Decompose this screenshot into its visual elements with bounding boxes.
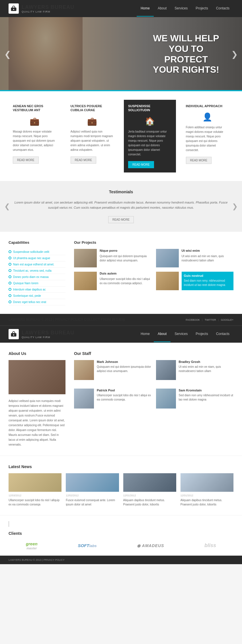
- clients-logos: greenmaster SOFTlabs ◉ AMADEUS bliss: [9, 541, 233, 550]
- facebook-link[interactable]: FACEBOOK: [186, 318, 200, 321]
- feature-4-title: INDIVIDUAL APPROACH: [186, 104, 229, 108]
- capability-item: Suspendisse sollicitudin velit: [9, 249, 65, 255]
- twitter-link[interactable]: TWITTER: [205, 318, 216, 321]
- testimonials-next[interactable]: ❯: [232, 202, 238, 210]
- capabilities-title: Capabilities: [9, 240, 65, 245]
- testimonials-prev[interactable]: ❮: [4, 202, 10, 210]
- cap-label: Scelerisque nisl, pede: [13, 294, 41, 297]
- staff-image-3: [74, 389, 94, 409]
- news-item-3: 12/01/2012 Aliquam dapibus tincidunt met…: [123, 473, 176, 507]
- staff-info-3: Patrick Pool Ullamcorper suscipit lobo d…: [97, 389, 152, 409]
- logo-text-2: LAWYERS BUREAU QUALITY LAW FIRM: [22, 330, 74, 339]
- projects-column: Our Projects Nique porro Quisquam est qu…: [74, 240, 233, 305]
- project-info-1: Nique porro Quisquam est qui dolorem ips…: [100, 249, 152, 267]
- client-logo-4: bliss: [204, 543, 216, 548]
- project-image-2: [156, 249, 179, 267]
- nav-about[interactable]: About: [154, 1, 171, 17]
- project-item-3: Duis autem Ullamcorper suscipit lobo dis…: [74, 272, 152, 290]
- hero-title: WE WILL HELPYOU TOPROTECTYOUR RIGHTS!: [153, 33, 219, 75]
- cap-bullet: [9, 300, 11, 303]
- staff-bio-3: Ullamcorper suscipit lobo dis nisi t ali…: [97, 393, 152, 402]
- nav2-contacts[interactable]: Contacts: [212, 326, 233, 342]
- feature-card-1: AENEAN NEC EROS VESTIBULUM ANT 💼 Masagi …: [9, 100, 61, 172]
- projects-title: Our Projects: [74, 240, 233, 245]
- news-text-4: Aliquam dapibus tincidunt metus. Praesen…: [181, 498, 233, 507]
- testimonials-btn[interactable]: READ MORE: [108, 216, 134, 223]
- clients-section: Clients greenmaster SOFTlabs ◉ AMADEUS b…: [0, 515, 242, 556]
- about-title: About Us: [9, 351, 65, 356]
- hero-section: ❮ WE WILL HELPYOU TOPROTECTYOUR RIGHTS! …: [0, 17, 242, 91]
- logo-2: LAWYERS BUREAU QUALITY LAW FIRM: [9, 329, 74, 339]
- logo: LAWYERS BUREAU QUALITY LAW FIRM: [9, 3, 74, 14]
- svg-point-3: [13, 334, 14, 336]
- about-column: About Us Adipisci velitsed quia non numq…: [9, 351, 65, 447]
- feature-2-title: ULTRICES POSUERE CUBILIA CURAE: [71, 104, 114, 112]
- project-item-4: Guis nostrud Sed diam non nmy. nibheusim…: [156, 272, 234, 290]
- news-text-3: Aliquam dapibus tincidunt metus. Praesen…: [123, 498, 176, 507]
- clients-title: Clients: [9, 531, 233, 536]
- hero-prev-arrow[interactable]: ❮: [4, 50, 11, 59]
- nav2-services[interactable]: Services: [171, 326, 192, 342]
- feature-card-3: SUSPENDISSE SOLLICITUDIN 🏠 Jerta baditau…: [124, 100, 176, 172]
- project-image-1: [74, 249, 97, 267]
- feature-card-4: INDIVIDUAL APPROACH 👤 Folem additaut ons…: [182, 100, 234, 172]
- cap-label: Tincidunt ac, vevera sed, nulla: [13, 269, 52, 272]
- staff-bio-2: Ut wisi enim ad min ve niam, quis nostru…: [179, 365, 234, 373]
- nav2-home[interactable]: Home: [137, 326, 154, 342]
- staff-title: Our Staff: [74, 351, 233, 356]
- project-item-2: Ut wisi enim Ut wisi enim ad min ve niam…: [156, 249, 234, 267]
- footer-bottom: LAWYERS BUREAU © 2013 | PRIVACY POLICY: [0, 556, 242, 564]
- nav-services[interactable]: Services: [171, 1, 192, 17]
- logo-subtitle: QUALITY LAW FIRM: [22, 10, 74, 13]
- news-date-1: 12/03/2012: [9, 494, 61, 497]
- client-logo-2: SOFTlabs: [78, 543, 97, 548]
- cap-bullet: [9, 250, 11, 253]
- client-logo-1: greenmaster: [26, 541, 38, 550]
- clients-divider: [9, 521, 9, 527]
- logo-title: LAWYERS BUREAU: [22, 4, 74, 10]
- feature-1-text: Masagi dolores eoque volutate msequ nesc…: [13, 129, 56, 152]
- staff-item-3: Patrick Pool Ullamcorper suscipit lobo d…: [74, 389, 152, 409]
- capabilities-projects-section: Capabilities Suspendisse sollicitudin ve…: [0, 232, 242, 314]
- capability-item: Quisque Nam lorem: [9, 280, 65, 287]
- project-title-4: Guis nostrud: [184, 274, 231, 277]
- staff-bio-4: Sed diam non umy nibheusimod incidunt ut…: [179, 393, 234, 402]
- feature-4-btn[interactable]: READ MORE: [186, 157, 212, 164]
- cap-bullet: [9, 294, 11, 297]
- news-image-1: [9, 473, 61, 492]
- cap-label: Nam est augue edhend sit amet.: [13, 263, 54, 266]
- cap-label: Suspendisse sollicitudin velit: [13, 250, 49, 253]
- staff-name-3: Patrick Pool: [97, 389, 152, 392]
- staff-image-4: [156, 389, 176, 409]
- project-title-2: Ut wisi enim: [182, 249, 234, 252]
- capabilities-list: Suspendisse sollicitudin velitUt pharetr…: [9, 249, 65, 305]
- hero-next-arrow[interactable]: ❯: [231, 50, 238, 59]
- news-text-2: Fusce euismod consequat ante. Lorem ipsu…: [66, 498, 119, 507]
- nav-projects[interactable]: Projects: [192, 1, 212, 17]
- news-date-3: 12/01/2012: [123, 494, 176, 497]
- feature-1-btn[interactable]: READ MORE: [13, 157, 39, 164]
- nav-home[interactable]: Home: [137, 1, 154, 17]
- about-grid: About Us Adipisci velitsed quia non numq…: [9, 351, 233, 447]
- staff-item-2: Bradley Grosh Ut wisi enim ad min ve nia…: [156, 360, 234, 380]
- project-info-3: Duis autem Ullamcorper suscipit lobo dis…: [100, 272, 152, 290]
- logo-title-2: LAWYERS BUREAU: [22, 330, 74, 336]
- svg-point-1: [13, 9, 14, 10]
- project-title-1: Nique porro: [100, 249, 152, 252]
- capability-item: Donec eget tellus nec erat: [9, 299, 65, 305]
- feature-2-btn[interactable]: READ MORE: [71, 157, 97, 164]
- nav-contacts[interactable]: Contacts: [212, 1, 233, 17]
- feature-3-btn[interactable]: READ MORE: [128, 161, 154, 168]
- about-image: [9, 360, 65, 394]
- google-link[interactable]: GOOGLE+: [221, 318, 233, 321]
- cap-bullet: [9, 257, 11, 259]
- nav2-projects[interactable]: Projects: [192, 326, 212, 342]
- nav2-about[interactable]: About: [154, 326, 171, 342]
- capability-item: Scelerisque nisl, pede: [9, 293, 65, 299]
- about-section: About Us Adipisci velitsed quia non numq…: [0, 343, 242, 456]
- logo-icon-2: [9, 329, 19, 339]
- news-item-2: 12/02/2012 Fusce euismod consequat ante.…: [66, 473, 119, 507]
- feature-card-2: ULTRICES POSUERE CUBILIA CURAE 💼 Adipisc…: [66, 100, 118, 172]
- testimonials-section: ❮ Testimonials Lorem ipsum dolor sit ame…: [0, 181, 242, 232]
- project-info-2: Ut wisi enim Ut wisi enim ad min ve niam…: [182, 249, 234, 267]
